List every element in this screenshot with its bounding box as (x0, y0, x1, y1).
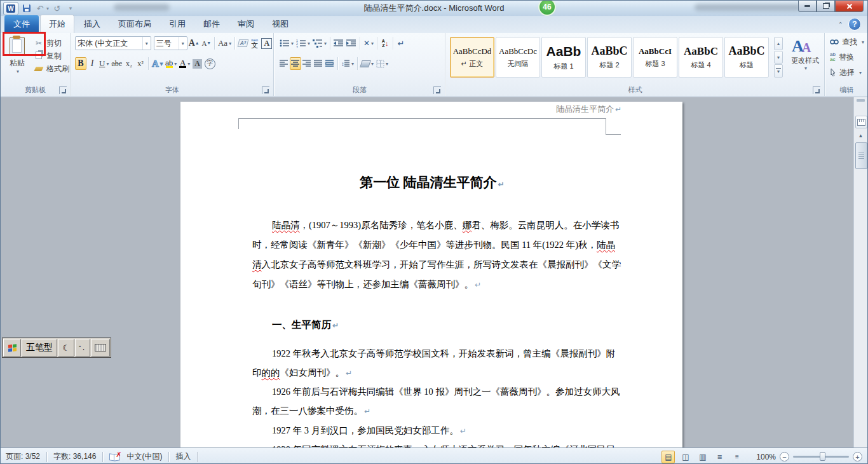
shading-button[interactable]: ▾ (360, 57, 375, 70)
align-center-button[interactable] (290, 57, 301, 70)
line-spacing-button[interactable]: ↕▾ (340, 57, 355, 70)
format-painter-button[interactable]: 格式刷 (32, 62, 69, 75)
tab-page-layout[interactable]: 页面布局 (110, 15, 159, 33)
select-button[interactable]: 选择▾ (825, 65, 868, 80)
tab-review[interactable]: 审阅 (229, 15, 262, 33)
copy-button[interactable]: 复制 (32, 50, 69, 62)
highlight-button[interactable]: ab▾ (164, 57, 178, 70)
bullets-button[interactable]: ▾ (278, 37, 295, 50)
strikethrough-button[interactable]: abc (110, 57, 123, 70)
page-indicator[interactable]: 页面: 3/52 (6, 451, 40, 462)
tab-file[interactable]: 文件 (4, 15, 39, 33)
phonetic-guide-button[interactable]: A³ (237, 37, 249, 50)
zoom-level[interactable]: 100% (756, 453, 776, 461)
word-count[interactable]: 字数: 36,146 (53, 451, 96, 462)
tab-mailings[interactable]: 邮件 (195, 15, 228, 33)
scroll-up-button[interactable]: ▲ (854, 130, 867, 140)
print-layout-view-button[interactable]: ▤ (661, 451, 675, 463)
scroll-thumb[interactable] (855, 142, 867, 169)
close-button[interactable] (835, 1, 864, 12)
style-item-6[interactable]: AaBbC标题 (724, 37, 769, 78)
zoom-out-button[interactable]: − (780, 452, 789, 461)
zoom-slider[interactable] (793, 456, 849, 458)
zoom-in-button[interactable]: + (853, 452, 862, 461)
restore-button[interactable] (817, 1, 835, 12)
style-item-0[interactable]: AaBbCcDd↵ 正文 (450, 37, 494, 78)
titlebar: W ↶▾ ↺ ▾ 陆晶清生平简介.docx - Microsoft Word 4… (1, 1, 867, 17)
enclose-character-button[interactable]: 字 (203, 57, 217, 70)
outline-view-button[interactable]: ≣ (713, 451, 726, 463)
tab-home[interactable]: 开始 (40, 15, 74, 33)
font-color-button[interactable]: A▾ (178, 57, 191, 70)
align-right-button[interactable] (301, 57, 313, 70)
distribute-button[interactable] (324, 57, 336, 70)
minimize-button[interactable] (798, 1, 817, 12)
justify-button[interactable] (313, 57, 324, 70)
asian-layout-button[interactable]: ✕▾ (362, 37, 375, 50)
grow-font-button[interactable]: A▲ (187, 37, 201, 50)
web-layout-view-button[interactable]: ▥ (696, 451, 709, 463)
font-dialog-launcher[interactable] (262, 86, 269, 94)
character-border-button[interactable]: A (261, 37, 273, 50)
doc-page[interactable]: 陆晶清生平简介↵ 第一位 陆晶清生平简介↵陆晶清，(1907～1993)原名陆秀… (180, 102, 682, 447)
paragraph-dialog-launcher[interactable] (433, 86, 441, 94)
increase-indent-button[interactable] (345, 37, 358, 50)
sort-button[interactable]: AZ↓ (379, 37, 391, 50)
paste-icon (10, 37, 25, 56)
change-styles-icon: AA (788, 37, 822, 56)
ime-punct-icon[interactable]: ”， (75, 339, 90, 357)
change-styles-button[interactable]: AA 更改样式 ▾ (788, 37, 822, 83)
draft-view-button[interactable]: ≡ (730, 451, 743, 463)
style-item-5[interactable]: AaBbC标题 4 (679, 37, 723, 78)
ime-windows-icon[interactable] (3, 339, 21, 357)
split-handle[interactable] (857, 99, 865, 102)
paste-button[interactable]: 粘贴 ▾ (4, 36, 30, 83)
font-size-select[interactable]: 三号▾ (154, 36, 187, 50)
styles-scroll-down-button[interactable]: ▼ (774, 51, 783, 64)
tab-references[interactable]: 引用 (161, 15, 194, 33)
find-button[interactable]: 查找▾ (825, 34, 868, 50)
style-item-4[interactable]: AaBbCcI标题 3 (633, 37, 677, 78)
styles-scroll-up-button[interactable]: ▲ (774, 37, 783, 50)
ime-mode-name[interactable]: 五笔型 (22, 339, 57, 357)
ruler-toggle-button[interactable] (855, 116, 867, 128)
vertical-scrollbar[interactable]: ▲ (853, 97, 867, 447)
text-effects-button[interactable]: A▾ (151, 57, 164, 70)
help-button[interactable]: ? (848, 18, 861, 31)
ime-moon-icon[interactable]: ☾ (58, 339, 74, 357)
tab-view[interactable]: 视图 (264, 15, 297, 33)
styles-more-button[interactable]: ▼ (774, 64, 783, 78)
ime-keyboard-icon[interactable] (91, 339, 110, 357)
multilevel-list-button[interactable]: ▾ (311, 37, 328, 50)
find-icon (830, 39, 839, 45)
italic-button[interactable]: I (86, 57, 98, 70)
superscript-button[interactable]: x² (135, 57, 146, 70)
tab-insert[interactable]: 插入 (76, 15, 109, 33)
language-indicator[interactable]: 中文(中国) (126, 451, 162, 462)
cut-button[interactable]: ✂剪切 (32, 37, 69, 50)
styles-dialog-launcher[interactable] (813, 86, 820, 94)
decrease-indent-button[interactable] (332, 37, 345, 50)
underline-button[interactable]: U▾ (98, 57, 110, 70)
style-item-3[interactable]: AaBbC标题 2 (587, 37, 632, 78)
subscript-button[interactable]: x₂ (123, 57, 135, 70)
zoom-slider-handle[interactable] (820, 452, 825, 461)
font-name-select[interactable]: 宋体 (中文正文▾ (75, 36, 151, 50)
minimize-ribbon-icon[interactable]: ⌃ (838, 21, 843, 28)
character-shading-button[interactable]: A (191, 57, 203, 70)
replace-button[interactable]: abac 替换 (825, 50, 868, 65)
style-item-1[interactable]: AaBbCcDc无间隔 (496, 37, 540, 78)
character-width-button[interactable]: wén文 (249, 37, 261, 50)
fullscreen-reading-view-button[interactable]: ◫ (679, 451, 692, 463)
clipboard-dialog-launcher[interactable] (59, 86, 67, 94)
align-left-button[interactable] (278, 57, 290, 70)
change-case-button[interactable]: Aa▾ (217, 37, 233, 50)
style-item-2[interactable]: AaBb标题 1 (541, 37, 586, 78)
proofing-errors-icon[interactable]: ✗ (109, 453, 120, 461)
borders-button[interactable]: ▾ (375, 57, 390, 70)
numbering-button[interactable]: 123▾ (295, 37, 311, 50)
show-marks-button[interactable]: ↵ (395, 37, 407, 50)
bold-button[interactable]: B (75, 57, 86, 70)
shrink-font-button[interactable]: A▼ (201, 37, 213, 50)
insert-mode-indicator[interactable]: 插入 (175, 451, 191, 462)
